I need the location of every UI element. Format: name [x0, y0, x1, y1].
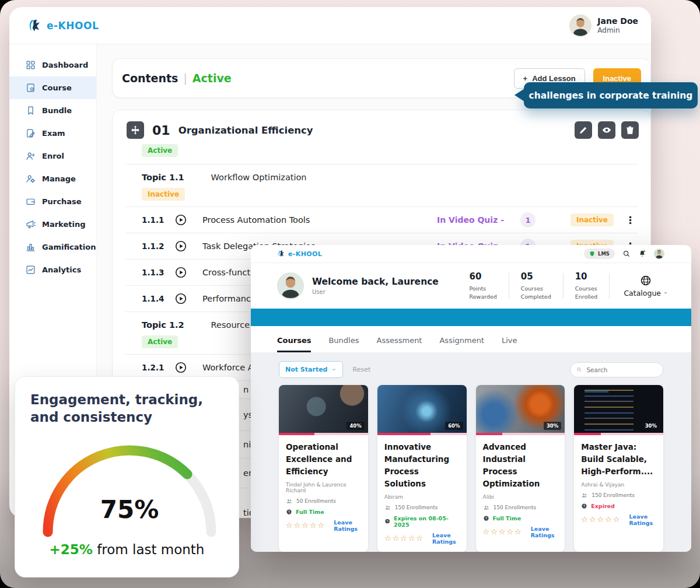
play-icon[interactable]	[174, 292, 187, 305]
preview-button[interactable]	[598, 121, 615, 139]
progress-badge: 60%	[445, 422, 463, 430]
star-rating[interactable]: ☆☆☆☆☆	[581, 515, 621, 524]
sidebar-label: Course	[42, 83, 72, 92]
lesson-code: 1.1.2	[142, 242, 174, 251]
course-card[interactable]: 60% Innovative Manufacturing Process Sol…	[377, 385, 467, 552]
clock-icon	[286, 509, 292, 515]
catalogue-button[interactable]: Catalogue	[610, 275, 668, 298]
lms-switcher-pill[interactable]: LMS	[584, 249, 615, 259]
delete-button[interactable]	[621, 121, 639, 139]
reset-filter-link[interactable]: Reset	[352, 366, 370, 373]
course-thumbnail: 30%	[476, 385, 565, 433]
gauge-value: 75%	[30, 495, 229, 524]
bundle-icon	[26, 106, 36, 116]
ekhool-logo[interactable]: e-KHOOL	[277, 250, 322, 258]
tab-bundles[interactable]: Bundles	[328, 336, 359, 352]
marketing-icon	[26, 219, 36, 229]
sidebar-label: Purchase	[42, 197, 81, 206]
sidebar-item-course[interactable]: Course	[9, 76, 96, 99]
leave-ratings-link[interactable]: Leave Ratings	[629, 513, 656, 526]
purchase-icon	[26, 197, 36, 206]
play-icon[interactable]	[174, 240, 187, 253]
catalogue-label: Catalogue	[624, 289, 661, 298]
play-icon[interactable]	[174, 214, 187, 226]
clock-icon	[581, 503, 587, 509]
course-title: Innovative Manufacturing Process Solutio…	[384, 441, 460, 490]
welcome-role: User	[312, 289, 439, 295]
progress-badge: 30%	[642, 422, 660, 430]
enrollments-count: 150 Enrollments	[592, 492, 635, 498]
topic-code: Topic 1.1	[142, 173, 184, 182]
lesson-row[interactable]: 1.1.1 Process Automation Tools In Video …	[113, 207, 650, 233]
edit-button[interactable]	[575, 121, 592, 139]
sidebar-item-dashboard[interactable]: Dashboard	[9, 54, 96, 76]
sidebar-item-enrol[interactable]: Enrol	[9, 145, 96, 167]
filter-value: Not Started	[285, 366, 327, 373]
title-divider: |	[183, 72, 187, 85]
stats-strip: 60 PointsRewarded 05 CoursesCompleted 10…	[458, 271, 668, 301]
leave-ratings-link[interactable]: Leave Ratings	[531, 526, 558, 538]
admin-profile[interactable]: Jane Doe Admin	[569, 15, 638, 37]
search-input[interactable]	[585, 366, 657, 374]
course-card[interactable]: 30% Advanced Industrial Process Optimiza…	[476, 385, 565, 552]
course-time-status: Full Time	[493, 515, 522, 522]
gauge-delta: +25%	[50, 542, 93, 557]
admin-user-role: Admin	[597, 26, 638, 34]
gamification-icon	[26, 242, 36, 252]
learner-topbar: e-KHOOL LMS	[251, 245, 691, 263]
sidebar-item-exam[interactable]: Exam	[9, 122, 96, 145]
topic-title: Workflow Optimization	[211, 173, 307, 182]
tab-assignment[interactable]: Assignment	[439, 336, 484, 352]
learner-avatar	[277, 272, 304, 299]
star-rating[interactable]: ☆☆☆☆☆	[286, 521, 326, 530]
shield-icon	[589, 251, 595, 257]
quiz-count-badge: 1	[520, 212, 536, 228]
page-state: Active	[192, 72, 232, 85]
course-card[interactable]: 40% Operational Excellence and Efficienc…	[279, 385, 368, 552]
chevron-down-icon	[663, 290, 668, 295]
sidebar-item-purchase[interactable]: Purchase	[9, 190, 96, 213]
star-rating[interactable]: ☆☆☆☆☆	[483, 527, 523, 536]
course-search[interactable]	[570, 362, 663, 377]
gauge-chart: 75%	[30, 430, 229, 538]
star-rating[interactable]: ☆☆☆☆☆	[384, 534, 424, 542]
exam-icon	[26, 128, 36, 138]
status-filter-dropdown[interactable]: Not Started	[279, 361, 343, 378]
enrol-icon	[26, 151, 36, 161]
tab-courses[interactable]: Courses	[277, 336, 311, 352]
lms-label: LMS	[598, 251, 610, 257]
sidebar-item-manage[interactable]: Manage	[9, 167, 96, 190]
enrollments-count: 150 Enrollments	[494, 505, 537, 510]
progress-badge: 40%	[346, 422, 364, 430]
notification-bell-icon[interactable]	[638, 250, 646, 258]
stat-value: 05	[521, 271, 551, 282]
kebab-menu[interactable]: ⋮	[625, 215, 635, 225]
in-video-quiz-link[interactable]: In Video Quiz -	[437, 215, 504, 225]
leave-ratings-link[interactable]: Leave Ratings	[334, 519, 360, 532]
section-status-badge: Active	[142, 144, 178, 157]
section-number: 01	[152, 123, 170, 138]
leave-ratings-link[interactable]: Leave Ratings	[432, 532, 459, 545]
enrollments-icon	[286, 498, 293, 505]
search-icon[interactable]	[622, 250, 631, 258]
stat-courses-completed: 05 CoursesCompleted	[509, 271, 563, 301]
gauge-footnote: +25% from last month	[30, 542, 223, 557]
sidebar-label: Enrol	[42, 152, 64, 160]
sidebar-item-gamification[interactable]: Gamification	[9, 236, 96, 258]
topic-status-badge: Active	[142, 335, 178, 348]
course-card[interactable]: 30% Master Java: Build Scalable, High-Pe…	[574, 385, 663, 552]
drag-move-button[interactable]	[127, 121, 144, 139]
admin-avatar	[569, 15, 592, 37]
play-icon[interactable]	[174, 361, 187, 374]
ekhool-logo[interactable]: e-KHOOL	[27, 18, 99, 33]
enrollments-icon	[384, 504, 391, 511]
sidebar-item-analytics[interactable]: Analytics	[9, 258, 96, 281]
learner-avatar-small[interactable]	[654, 249, 664, 259]
play-icon[interactable]	[174, 266, 187, 279]
sidebar-item-bundle[interactable]: Bundle	[9, 99, 96, 122]
tab-live[interactable]: Live	[502, 336, 517, 352]
page-title: Contents	[122, 72, 178, 85]
tab-assessment[interactable]: Assessment	[376, 336, 422, 352]
pencil-icon	[578, 125, 589, 135]
sidebar-item-marketing[interactable]: Marketing	[9, 213, 96, 236]
